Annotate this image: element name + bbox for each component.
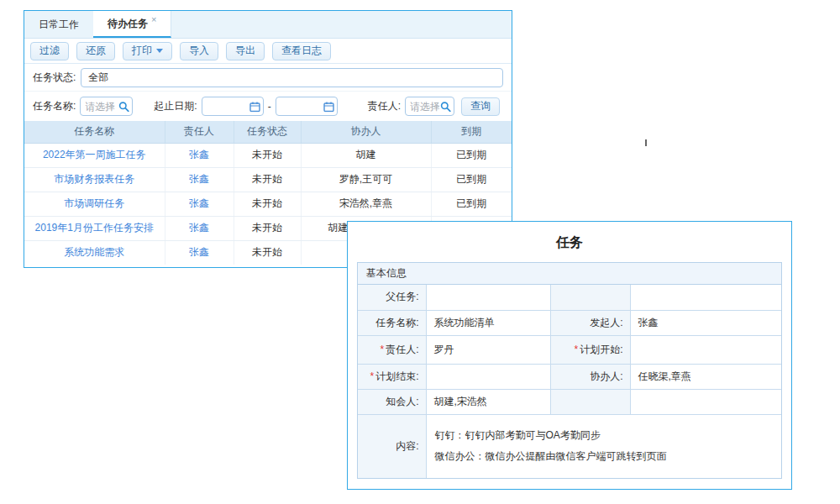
filter-row-search: 任务名称: 起止日期: - 责任人:	[24, 92, 512, 121]
content-value: 钉钉：钉钉内部考勤可与OA考勤同步 微信办公：微信办公提醒由微信客户端可跳转到页…	[426, 414, 781, 478]
task-link[interactable]: 系统功能需求	[64, 246, 124, 258]
owner-link[interactable]: 张鑫	[189, 197, 209, 209]
plan-start-value	[630, 335, 781, 364]
task-link[interactable]: 2022年第一周施工任务	[43, 149, 146, 160]
owner-link[interactable]: 张鑫	[189, 173, 209, 185]
owner-label: 责任人:	[368, 99, 401, 113]
calendar-icon[interactable]	[249, 101, 260, 112]
owner-value: 罗丹	[426, 335, 550, 364]
owner-link[interactable]: 张鑫	[189, 246, 209, 258]
date-separator: -	[268, 101, 271, 113]
status-cell: 未开始	[234, 143, 301, 167]
print-button[interactable]: 打印	[123, 42, 172, 60]
task-link[interactable]: 市场财务报表任务	[54, 173, 134, 185]
task-status-select[interactable]: 全部	[81, 68, 503, 87]
form-row: *计划结束: 协办人: 任晓渠,章燕	[358, 364, 781, 389]
due-cell: 已到期	[431, 143, 512, 167]
tab-todo-tasks[interactable]: 待办任务 ×	[93, 11, 171, 38]
basic-info-panel: 基本信息 父任务: 任务名称: 系统功能清单 发起人: 张鑫 *责任人:	[357, 262, 782, 479]
task-form-table: 父任务: 任务名称: 系统功能清单 发起人: 张鑫 *责任人: 罗丹 *计划开始…	[358, 285, 781, 478]
tab-todo-tasks-label: 待办任务	[108, 17, 148, 31]
filter-button[interactable]: 过滤	[30, 42, 69, 60]
empty-label	[550, 285, 630, 310]
tab-daily-work-label: 日常工作	[39, 18, 79, 32]
plan-start-label: *计划开始:	[550, 335, 630, 364]
initiator-value: 张鑫	[630, 310, 781, 335]
screen: 日常工作 待办任务 × 过滤 还原 打印 导入 导出	[0, 0, 840, 504]
toolbar: 过滤 还原 打印 导入 导出 查看日志	[24, 39, 512, 64]
parent-task-label: 父任务:	[358, 285, 426, 310]
collaborators-cell: 胡建	[301, 143, 431, 167]
task-link[interactable]: 2019年1月份工作任务安排	[35, 222, 154, 234]
search-icon[interactable]	[118, 101, 129, 112]
content-label: 内容:	[358, 414, 426, 478]
col-status[interactable]: 任务状态	[234, 121, 301, 143]
owner-link[interactable]: 张鑫	[189, 149, 209, 160]
end-date-field	[276, 97, 338, 116]
view-log-button[interactable]: 查看日志	[272, 42, 331, 60]
empty-value	[630, 389, 781, 414]
task-name-field	[80, 97, 133, 116]
start-date-field	[202, 97, 264, 116]
col-collaborators[interactable]: 协办人	[301, 121, 431, 143]
owner-field	[405, 97, 454, 116]
task-link[interactable]: 市场调研任务	[64, 197, 124, 209]
tab-bar: 日常工作 待办任务 ×	[24, 11, 512, 39]
due-cell: 已到期	[431, 192, 512, 216]
export-button[interactable]: 导出	[226, 42, 265, 60]
task-name-label: 任务名称:	[33, 99, 76, 113]
restore-button[interactable]: 还原	[76, 42, 115, 60]
caret-down-icon	[156, 49, 163, 53]
owner-link[interactable]: 张鑫	[189, 222, 209, 234]
table-header-row: 任务名称 责任人 任务状态 协办人 到期	[24, 121, 512, 143]
collaborators-cell: 宋浩然,章燕	[301, 192, 431, 216]
table-row: 2022年第一周施工任务 张鑫 未开始 胡建 已到期	[24, 143, 512, 167]
col-owner[interactable]: 责任人	[165, 121, 234, 143]
due-cell: 已到期	[431, 167, 512, 192]
import-button[interactable]: 导入	[180, 42, 218, 60]
query-button[interactable]: 查询	[461, 97, 500, 116]
form-row: 任务名称: 系统功能清单 发起人: 张鑫	[358, 310, 781, 335]
plan-end-value	[426, 364, 550, 389]
empty-label	[550, 389, 630, 414]
table-row: 市场财务报表任务 张鑫 未开始 罗静,王可可 已到期	[24, 167, 512, 192]
calendar-icon[interactable]	[323, 101, 334, 112]
content-line-1: 钉钉：钉钉内部考勤可与OA考勤同步	[435, 425, 774, 446]
dialog-title: 任务	[348, 234, 791, 252]
status-cell: 未开始	[234, 216, 301, 240]
form-row: 知会人: 胡建,宋浩然	[358, 389, 781, 414]
form-row-content: 内容: 钉钉：钉钉内部考勤可与OA考勤同步 微信办公：微信办公提醒由微信客户端可…	[358, 414, 781, 478]
task-name-label: 任务名称:	[358, 310, 426, 335]
tab-daily-work[interactable]: 日常工作	[24, 11, 93, 38]
task-status-label: 任务状态:	[33, 71, 76, 85]
empty-value	[630, 285, 781, 310]
task-name-value: 系统功能清单	[426, 310, 550, 335]
task-status-value: 全部	[88, 71, 108, 85]
date-range-label: 起止日期:	[154, 99, 197, 113]
search-icon[interactable]	[440, 101, 451, 112]
plan-end-label: *计划结束:	[358, 364, 426, 389]
basic-info-section-header: 基本信息	[358, 263, 781, 285]
tab-close-icon[interactable]: ×	[151, 14, 156, 24]
collaborator-value: 任晓渠,章燕	[630, 364, 781, 389]
col-task-name[interactable]: 任务名称	[24, 121, 165, 143]
status-cell: 未开始	[234, 192, 301, 216]
form-row: 父任务:	[358, 285, 781, 310]
form-row: *责任人: 罗丹 *计划开始:	[358, 335, 781, 364]
task-detail-dialog: 任务 基本信息 父任务: 任务名称: 系统功能清单 发起人: 张鑫	[347, 221, 792, 490]
cc-value: 胡建,宋浩然	[426, 389, 550, 414]
content-line-2: 微信办公：微信办公提醒由微信客户端可跳转到页面	[435, 446, 774, 467]
collaborator-label: 协办人:	[550, 364, 630, 389]
status-cell: 未开始	[234, 167, 301, 192]
cc-label: 知会人:	[358, 389, 426, 414]
collaborators-cell: 罗静,王可可	[301, 167, 431, 192]
owner-label: *责任人:	[358, 335, 426, 364]
table-row: 市场调研任务 张鑫 未开始 宋浩然,章燕 已到期	[24, 192, 512, 216]
filter-row-status: 任务状态: 全部	[24, 64, 512, 92]
parent-task-value	[426, 285, 550, 310]
col-due[interactable]: 到期	[431, 121, 512, 143]
initiator-label: 发起人:	[550, 310, 630, 335]
status-cell: 未开始	[234, 240, 301, 265]
text-cursor-mark	[645, 139, 647, 146]
